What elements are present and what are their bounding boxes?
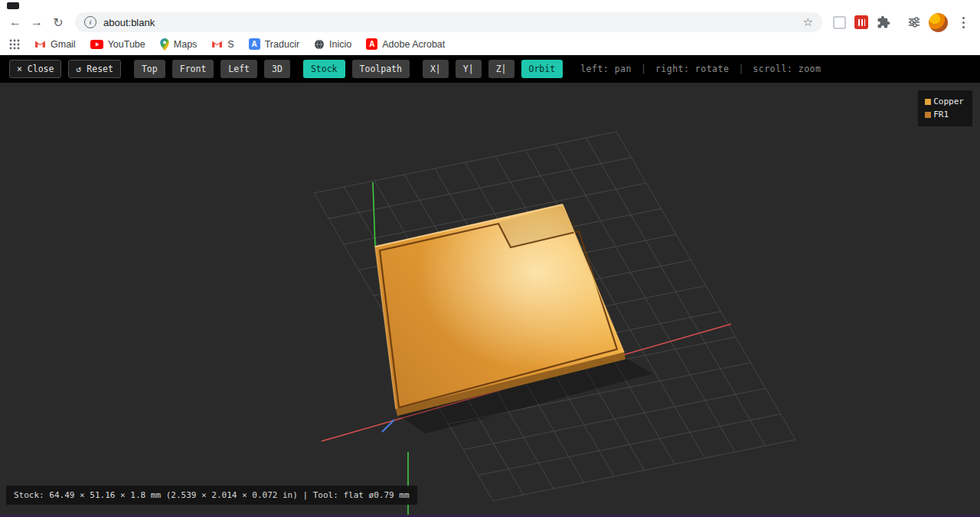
bookmark-label: Gmail [51,39,76,50]
translate-icon: A [249,38,260,50]
extension-mark [858,19,865,26]
view-left-button[interactable]: Left [220,60,257,78]
bookmark-label: Traducir [265,39,299,50]
viewport-3d[interactable]: Copper FR1 Stock: 64.49 × 51.16 × 1.8 mm… [0,83,980,515]
stock-status-text: Stock: 64.49 × 51.16 × 1.8 mm (2.539 × 2… [14,490,410,500]
bookmark-youtube[interactable]: YouTube [90,39,145,50]
screen: ← → ↻ i about:blank ☆ [0,0,980,517]
bookmark-acrobat[interactable]: A Adobe Acrobat [366,38,445,50]
toolbar-right-icons [828,13,975,32]
view-3d-button[interactable]: 3D [264,60,290,78]
browser-menu-icon[interactable] [956,14,971,31]
hint-right-rotate: right: rotate [655,64,730,74]
orbit-button[interactable]: Orbit [521,60,564,78]
legend-row-copper: Copper [925,95,964,108]
extensions-puzzle-icon[interactable] [877,15,890,29]
bookmark-label: Maps [174,39,198,50]
hint-scroll-zoom: scroll: zoom [753,64,821,74]
view-top-button[interactable]: Top [134,60,165,78]
page-info-icon[interactable]: i [84,16,96,28]
toolpath-button[interactable]: Toolpath [352,60,410,78]
gmail-icon [211,40,223,48]
forward-icon[interactable]: → [26,12,47,32]
bookmark-label: YouTube [108,39,145,50]
tab-strip [0,0,980,11]
url-text[interactable]: about:blank [103,17,796,28]
inactive-extension-icon[interactable] [833,16,846,29]
view-front-button[interactable]: Front [172,60,214,78]
reload-icon[interactable]: ↻ [47,12,69,32]
axis-z-button[interactable]: Z| [488,60,514,78]
axis-x-button[interactable]: X| [423,60,449,78]
legend-label: Copper [933,95,964,108]
hint-separator: | [641,64,646,74]
address-bar[interactable]: i about:blank ☆ [75,12,822,32]
axis-y-button[interactable]: Y| [456,60,482,78]
browser-toolbar: ← → ↻ i about:blank ☆ [0,11,980,34]
copper-swatch [925,99,931,105]
tab-favicon[interactable] [7,2,19,9]
bookmark-inicio[interactable]: Inicio [314,39,351,50]
bookmarks-bar: Gmail YouTube Maps [0,34,980,55]
legend-row-fr1: FR1 [925,108,964,121]
maps-pin-icon [160,38,169,51]
red-extension-icon[interactable] [854,15,868,29]
mouse-hints: left: pan | right: rotate | scroll: zoom [580,64,821,74]
tune-icon[interactable] [908,17,920,28]
bookmark-label: S [227,39,234,50]
fr1-swatch [925,112,931,118]
gmail-icon [34,40,46,48]
bookmark-traducir[interactable]: A Traducir [249,38,299,50]
scene-canvas [0,83,980,515]
bookmark-label: Adobe Acrobat [382,39,445,50]
legend-label: FR1 [933,108,949,121]
stock-status-bar: Stock: 64.49 × 51.16 × 1.8 mm (2.539 × 2… [6,486,417,505]
cam-toolbar: × Close ↺ Reset Top Front Left 3D Stock … [0,55,980,83]
youtube-icon [90,40,103,49]
material-legend: Copper FR1 [918,90,972,126]
reset-button[interactable]: ↺ Reset [68,60,120,78]
bookmark-star-icon[interactable]: ☆ [803,15,813,29]
bookmark-label: Inicio [329,39,351,50]
hint-separator: | [738,64,743,74]
bookmark-s[interactable]: S [211,39,234,50]
profile-avatar[interactable] [929,13,948,32]
apps-grid-icon[interactable] [9,39,20,50]
bookmark-gmail[interactable]: Gmail [34,39,76,50]
hint-left-pan: left: pan [580,64,632,74]
stock-button[interactable]: Stock [303,60,345,78]
acrobat-icon: A [366,38,377,50]
close-button[interactable]: × Close [9,60,61,78]
globe-icon [314,39,325,50]
bookmark-maps[interactable]: Maps [160,38,198,51]
back-icon[interactable]: ← [5,12,26,32]
